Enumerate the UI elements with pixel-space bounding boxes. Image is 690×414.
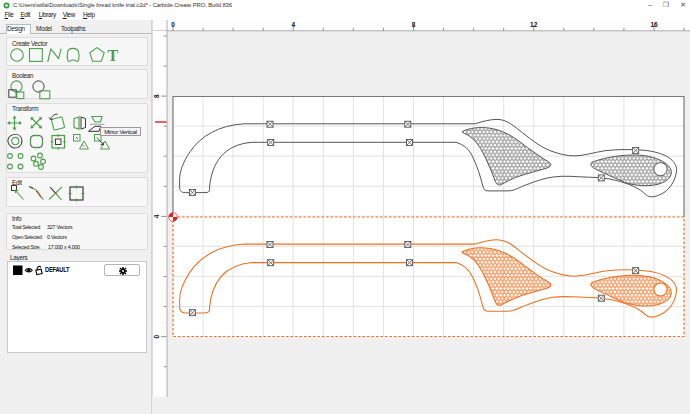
svg-text:T: T [108, 47, 119, 64]
svg-text:4: 4 [153, 214, 160, 218]
svg-text:12: 12 [530, 21, 538, 28]
svg-text:0: 0 [171, 21, 175, 28]
svg-text:4: 4 [291, 21, 295, 28]
svg-text:8: 8 [412, 21, 416, 28]
svg-text:0: 0 [153, 334, 160, 338]
svg-text:8: 8 [153, 94, 160, 98]
svg-text:16: 16 [650, 21, 658, 28]
